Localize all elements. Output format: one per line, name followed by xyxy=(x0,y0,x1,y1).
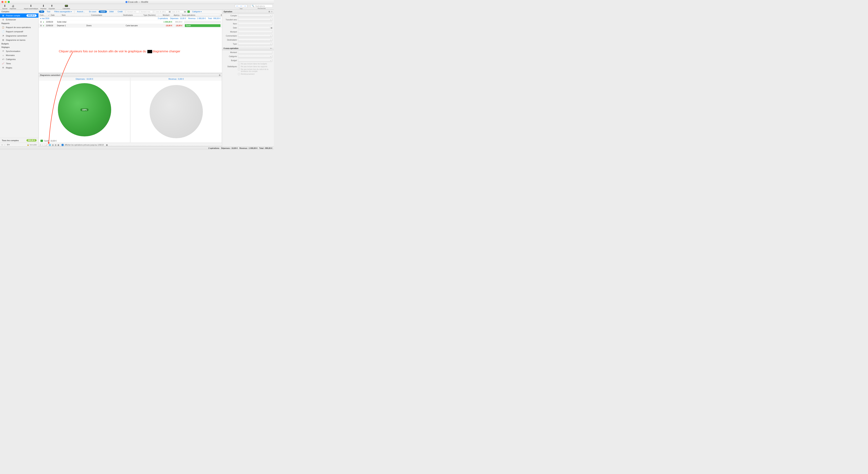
end-date-input[interactable]: Date de fin xyxy=(171,10,184,13)
filter-encours[interactable]: En cours xyxy=(87,10,98,13)
chart-globe-icon[interactable]: 🌐 xyxy=(49,144,51,146)
show-planned-checkbox[interactable]: ✓ xyxy=(62,144,64,146)
sub-montant-input[interactable] xyxy=(238,51,272,54)
filter-advanced[interactable]: Avancé… xyxy=(75,10,87,13)
chart-line-icon[interactable]: 📈 xyxy=(45,144,48,146)
sidebar-item-bar[interactable]: ▥Diagramme en barres xyxy=(0,38,38,42)
settings-button[interactable]: ⚙▾ xyxy=(7,143,10,146)
min-amount-input[interactable]: Montant min xyxy=(126,10,139,13)
pie-expenses: 100% xyxy=(58,83,111,136)
stat-check-1[interactable] xyxy=(238,66,240,68)
chart-bars-icon[interactable]: ▥ xyxy=(55,144,56,146)
destinataire-select[interactable] xyxy=(238,38,272,41)
sidebar-item-currencies[interactable]: ☼Monnaies xyxy=(0,53,38,57)
auto-import-button[interactable]: ⬇Import automatique xyxy=(24,4,38,9)
print-button[interactable]: 🖨Imprimer xyxy=(10,4,17,9)
montant-input[interactable] xyxy=(238,30,272,33)
remove-op-button[interactable]: − xyxy=(42,144,43,146)
chart-vbars-icon[interactable]: ▦ xyxy=(58,144,59,146)
col-amount[interactable]: Montant xyxy=(159,14,171,16)
date-input[interactable] xyxy=(238,26,270,29)
month-section-header[interactable]: ▾mai 2018 2 opérations Dépenses : 10,00 … xyxy=(39,17,222,20)
stocks-icon: 📈 xyxy=(2,62,4,65)
tag-icon: 🏷 xyxy=(2,58,4,60)
add-icon[interactable]: + xyxy=(271,11,272,13)
transfert-select[interactable] xyxy=(238,18,272,21)
compte-select[interactable] xyxy=(238,14,272,17)
redaction-box xyxy=(147,50,152,53)
sub-budget-select[interactable] xyxy=(238,59,272,62)
sidebar-item-echeancier[interactable]: 🗓Échéancier xyxy=(0,18,38,22)
chart-list-icon[interactable]: ▤ xyxy=(52,144,54,146)
sidebar-item-categories[interactable]: 🏷Catégories xyxy=(0,57,38,61)
stat-check-3[interactable] xyxy=(238,73,240,75)
add-subop-icon[interactable]: +− xyxy=(270,47,272,49)
calendar-icon[interactable]: ▦ xyxy=(184,11,186,13)
calculator-button[interactable]: 📟Calculette xyxy=(63,4,70,9)
type-select[interactable] xyxy=(238,42,272,45)
add-op-button[interactable]: + xyxy=(40,144,41,146)
export-button[interactable]: ⬆Exporter xyxy=(49,4,55,9)
stat-check-2[interactable] xyxy=(238,68,240,70)
sidebar-item-sousops[interactable]: 📋Rapport de sous-opérations xyxy=(0,25,38,29)
sidebar-item-account[interactable]: 🏛 Premier compte 990,00 € xyxy=(0,13,38,18)
col-dest[interactable]: Destinataire xyxy=(122,14,142,16)
close-window-button[interactable] xyxy=(1,1,3,3)
commentaire-select[interactable] xyxy=(238,34,272,37)
view-mode-1[interactable]: ▭ xyxy=(235,5,239,7)
table-row[interactable]: 🏛 ● 22/05/18 Solde initial 1 000,00 € 99… xyxy=(39,20,222,24)
sidebar-item-titres[interactable]: 📈Titres xyxy=(0,61,38,66)
col-date[interactable]: Date xyxy=(50,14,61,16)
sidebar-item-sync[interactable]: ⟳Synchronisation xyxy=(0,49,38,53)
section-rapports: Rapports xyxy=(0,22,38,25)
sidebar-item-pie[interactable]: ◔Diagramme camembert xyxy=(0,34,38,38)
col-nom[interactable]: Nom xyxy=(61,14,90,16)
filter-valide[interactable]: Validé xyxy=(99,10,107,13)
rules-icon: ⚙ xyxy=(2,66,4,69)
category-swatch xyxy=(187,10,190,13)
import-button[interactable]: ⬇Importer xyxy=(40,4,47,9)
filter-saved[interactable]: Filtres sauvegardés ▾ xyxy=(53,10,73,13)
subop-bar xyxy=(184,21,221,23)
nom-input[interactable] xyxy=(238,22,272,25)
bank-icon: 🏛 xyxy=(2,14,4,17)
view-mode-2[interactable]: ▭ xyxy=(239,5,243,7)
max-amount-input[interactable]: Montant max xyxy=(140,10,153,13)
add-button[interactable]: + xyxy=(1,144,3,146)
col-type[interactable]: Type (Numéro) xyxy=(142,14,159,16)
filter-category[interactable]: Catégorie ▾ xyxy=(190,10,203,13)
inspector-panel: Opération⚙+ Compte Transfert vers Nom Da… xyxy=(222,10,274,147)
sidebar-item-rules[interactable]: ⚙Règles xyxy=(0,66,38,70)
doc-icon xyxy=(125,1,127,3)
calendar-icon[interactable]: ▦ xyxy=(169,11,170,13)
sidebar-item-comparatif[interactable]: 📄Rapport comparatif xyxy=(0,29,38,34)
col-comment[interactable]: Commentaire xyxy=(90,14,122,16)
remove-button[interactable]: − xyxy=(4,144,5,146)
chart-settings-icon[interactable]: ⚙ xyxy=(219,74,220,76)
col-subops[interactable]: Sous-opérations xyxy=(181,14,219,16)
zoom-window-button[interactable] xyxy=(8,1,10,3)
all-accounts-row[interactable]: Tous les comptes 990,00 € xyxy=(0,138,38,143)
start-date-input[interactable]: Date de début xyxy=(155,10,168,13)
filter-credit[interactable]: Crédit xyxy=(116,10,124,13)
table-row[interactable]: 🏛 ● 22/05/18 Depense 1 Divers Carte banc… xyxy=(39,24,222,28)
col-preview[interactable]: Aperçu xyxy=(171,14,181,16)
filter-tri[interactable]: Tri xyxy=(39,10,44,13)
save-button[interactable]: ⬇Sauver xyxy=(2,4,7,9)
col-icon[interactable]: Com… xyxy=(39,14,47,16)
sub-categorie-select[interactable] xyxy=(238,55,272,58)
view-mode-3[interactable]: ▭ xyxy=(243,5,247,7)
stat-check-0[interactable] xyxy=(238,63,240,65)
lock-button[interactable]: 🔒Verrouiller xyxy=(27,144,37,146)
search-input[interactable]: Opérations xyxy=(255,5,265,7)
filter-debit[interactable]: Débit xyxy=(108,10,115,13)
minimize-window-button[interactable] xyxy=(5,1,7,3)
section-comptes: Comptes xyxy=(0,10,38,13)
search-icon: 🔍 xyxy=(252,5,254,7)
col-settings-icon[interactable]: 👁 xyxy=(219,14,222,16)
col-check[interactable]: ✓ xyxy=(47,14,50,16)
gear-icon[interactable]: ⚙ xyxy=(269,11,270,13)
filter-tout[interactable]: Tout xyxy=(45,10,52,13)
date-picker-icon[interactable]: ▦ xyxy=(106,144,108,146)
calendar-icon[interactable]: ▦ xyxy=(271,27,272,29)
